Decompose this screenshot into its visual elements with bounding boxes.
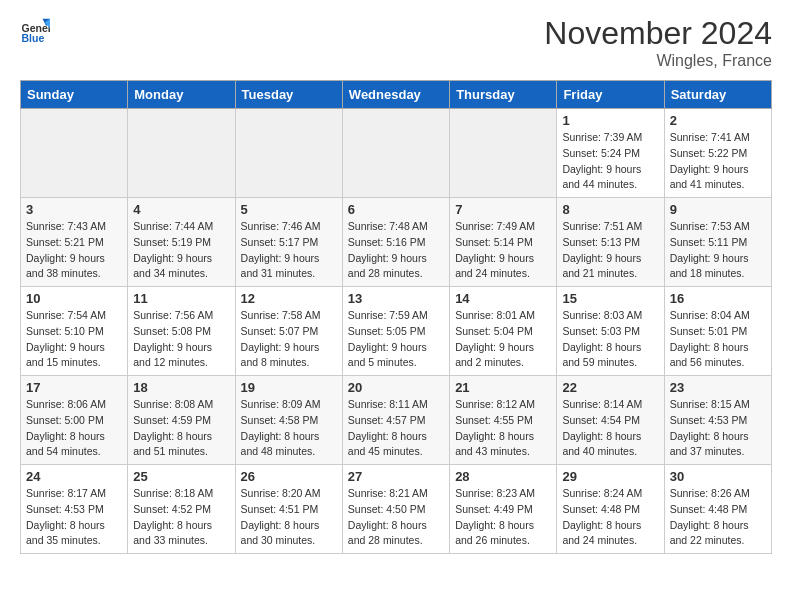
calendar-cell: 6Sunrise: 7:48 AMSunset: 5:16 PMDaylight… — [342, 198, 449, 287]
column-header-thursday: Thursday — [450, 81, 557, 109]
calendar-cell: 28Sunrise: 8:23 AMSunset: 4:49 PMDayligh… — [450, 465, 557, 554]
day-number: 16 — [670, 291, 766, 306]
day-info: Sunrise: 8:06 AMSunset: 5:00 PMDaylight:… — [26, 397, 122, 460]
day-info: Sunrise: 8:11 AMSunset: 4:57 PMDaylight:… — [348, 397, 444, 460]
day-info: Sunrise: 7:39 AMSunset: 5:24 PMDaylight:… — [562, 130, 658, 193]
calendar-cell: 12Sunrise: 7:58 AMSunset: 5:07 PMDayligh… — [235, 287, 342, 376]
calendar-cell: 18Sunrise: 8:08 AMSunset: 4:59 PMDayligh… — [128, 376, 235, 465]
day-number: 1 — [562, 113, 658, 128]
day-number: 15 — [562, 291, 658, 306]
day-number: 27 — [348, 469, 444, 484]
week-row-4: 17Sunrise: 8:06 AMSunset: 5:00 PMDayligh… — [21, 376, 772, 465]
day-info: Sunrise: 7:43 AMSunset: 5:21 PMDaylight:… — [26, 219, 122, 282]
month-title: November 2024 — [544, 15, 772, 52]
day-number: 18 — [133, 380, 229, 395]
calendar-table: SundayMondayTuesdayWednesdayThursdayFrid… — [20, 80, 772, 554]
day-info: Sunrise: 7:56 AMSunset: 5:08 PMDaylight:… — [133, 308, 229, 371]
column-header-tuesday: Tuesday — [235, 81, 342, 109]
week-row-1: 1Sunrise: 7:39 AMSunset: 5:24 PMDaylight… — [21, 109, 772, 198]
day-info: Sunrise: 7:54 AMSunset: 5:10 PMDaylight:… — [26, 308, 122, 371]
calendar-cell: 20Sunrise: 8:11 AMSunset: 4:57 PMDayligh… — [342, 376, 449, 465]
calendar-cell: 26Sunrise: 8:20 AMSunset: 4:51 PMDayligh… — [235, 465, 342, 554]
day-number: 24 — [26, 469, 122, 484]
day-number: 12 — [241, 291, 337, 306]
calendar-cell — [128, 109, 235, 198]
day-info: Sunrise: 8:20 AMSunset: 4:51 PMDaylight:… — [241, 486, 337, 549]
day-number: 13 — [348, 291, 444, 306]
calendar-cell: 29Sunrise: 8:24 AMSunset: 4:48 PMDayligh… — [557, 465, 664, 554]
day-number: 4 — [133, 202, 229, 217]
header-row: SundayMondayTuesdayWednesdayThursdayFrid… — [21, 81, 772, 109]
logo-icon: General Blue — [20, 15, 50, 45]
calendar-cell — [450, 109, 557, 198]
day-info: Sunrise: 8:17 AMSunset: 4:53 PMDaylight:… — [26, 486, 122, 549]
day-info: Sunrise: 7:46 AMSunset: 5:17 PMDaylight:… — [241, 219, 337, 282]
calendar-cell: 10Sunrise: 7:54 AMSunset: 5:10 PMDayligh… — [21, 287, 128, 376]
column-header-sunday: Sunday — [21, 81, 128, 109]
calendar-cell: 14Sunrise: 8:01 AMSunset: 5:04 PMDayligh… — [450, 287, 557, 376]
column-header-monday: Monday — [128, 81, 235, 109]
day-number: 6 — [348, 202, 444, 217]
day-number: 26 — [241, 469, 337, 484]
day-number: 11 — [133, 291, 229, 306]
column-header-saturday: Saturday — [664, 81, 771, 109]
day-number: 22 — [562, 380, 658, 395]
day-number: 3 — [26, 202, 122, 217]
column-header-friday: Friday — [557, 81, 664, 109]
day-number: 30 — [670, 469, 766, 484]
calendar-cell: 30Sunrise: 8:26 AMSunset: 4:48 PMDayligh… — [664, 465, 771, 554]
day-info: Sunrise: 8:12 AMSunset: 4:55 PMDaylight:… — [455, 397, 551, 460]
day-info: Sunrise: 7:44 AMSunset: 5:19 PMDaylight:… — [133, 219, 229, 282]
day-number: 25 — [133, 469, 229, 484]
day-info: Sunrise: 8:04 AMSunset: 5:01 PMDaylight:… — [670, 308, 766, 371]
title-block: November 2024 Wingles, France — [544, 15, 772, 70]
day-info: Sunrise: 8:23 AMSunset: 4:49 PMDaylight:… — [455, 486, 551, 549]
calendar-cell: 22Sunrise: 8:14 AMSunset: 4:54 PMDayligh… — [557, 376, 664, 465]
calendar-cell: 4Sunrise: 7:44 AMSunset: 5:19 PMDaylight… — [128, 198, 235, 287]
day-info: Sunrise: 8:01 AMSunset: 5:04 PMDaylight:… — [455, 308, 551, 371]
day-info: Sunrise: 8:14 AMSunset: 4:54 PMDaylight:… — [562, 397, 658, 460]
day-info: Sunrise: 7:58 AMSunset: 5:07 PMDaylight:… — [241, 308, 337, 371]
calendar-cell: 21Sunrise: 8:12 AMSunset: 4:55 PMDayligh… — [450, 376, 557, 465]
calendar-cell: 5Sunrise: 7:46 AMSunset: 5:17 PMDaylight… — [235, 198, 342, 287]
day-number: 17 — [26, 380, 122, 395]
day-info: Sunrise: 8:08 AMSunset: 4:59 PMDaylight:… — [133, 397, 229, 460]
day-info: Sunrise: 8:03 AMSunset: 5:03 PMDaylight:… — [562, 308, 658, 371]
calendar-cell: 25Sunrise: 8:18 AMSunset: 4:52 PMDayligh… — [128, 465, 235, 554]
day-number: 8 — [562, 202, 658, 217]
day-info: Sunrise: 8:21 AMSunset: 4:50 PMDaylight:… — [348, 486, 444, 549]
calendar-cell: 13Sunrise: 7:59 AMSunset: 5:05 PMDayligh… — [342, 287, 449, 376]
calendar-cell: 1Sunrise: 7:39 AMSunset: 5:24 PMDaylight… — [557, 109, 664, 198]
calendar-cell — [235, 109, 342, 198]
calendar-cell: 15Sunrise: 8:03 AMSunset: 5:03 PMDayligh… — [557, 287, 664, 376]
day-number: 28 — [455, 469, 551, 484]
page: General Blue November 2024 Wingles, Fran… — [0, 0, 792, 569]
calendar-cell: 2Sunrise: 7:41 AMSunset: 5:22 PMDaylight… — [664, 109, 771, 198]
day-info: Sunrise: 8:18 AMSunset: 4:52 PMDaylight:… — [133, 486, 229, 549]
location: Wingles, France — [544, 52, 772, 70]
day-number: 5 — [241, 202, 337, 217]
logo: General Blue — [20, 15, 54, 45]
day-info: Sunrise: 8:24 AMSunset: 4:48 PMDaylight:… — [562, 486, 658, 549]
calendar-cell: 7Sunrise: 7:49 AMSunset: 5:14 PMDaylight… — [450, 198, 557, 287]
day-number: 9 — [670, 202, 766, 217]
day-info: Sunrise: 7:51 AMSunset: 5:13 PMDaylight:… — [562, 219, 658, 282]
svg-text:Blue: Blue — [22, 32, 45, 44]
day-number: 2 — [670, 113, 766, 128]
day-number: 10 — [26, 291, 122, 306]
calendar-cell: 27Sunrise: 8:21 AMSunset: 4:50 PMDayligh… — [342, 465, 449, 554]
day-info: Sunrise: 7:48 AMSunset: 5:16 PMDaylight:… — [348, 219, 444, 282]
day-number: 21 — [455, 380, 551, 395]
day-info: Sunrise: 7:59 AMSunset: 5:05 PMDaylight:… — [348, 308, 444, 371]
calendar-cell: 24Sunrise: 8:17 AMSunset: 4:53 PMDayligh… — [21, 465, 128, 554]
calendar-cell — [21, 109, 128, 198]
day-number: 20 — [348, 380, 444, 395]
day-number: 7 — [455, 202, 551, 217]
calendar-cell: 9Sunrise: 7:53 AMSunset: 5:11 PMDaylight… — [664, 198, 771, 287]
day-number: 14 — [455, 291, 551, 306]
day-info: Sunrise: 8:15 AMSunset: 4:53 PMDaylight:… — [670, 397, 766, 460]
day-info: Sunrise: 7:49 AMSunset: 5:14 PMDaylight:… — [455, 219, 551, 282]
day-number: 19 — [241, 380, 337, 395]
day-info: Sunrise: 8:26 AMSunset: 4:48 PMDaylight:… — [670, 486, 766, 549]
day-info: Sunrise: 7:41 AMSunset: 5:22 PMDaylight:… — [670, 130, 766, 193]
